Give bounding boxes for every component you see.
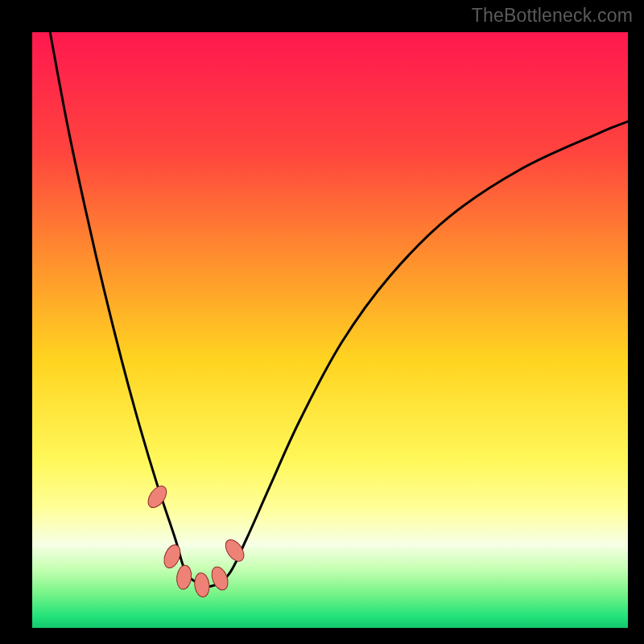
chart-frame: TheBottleneck.com xyxy=(0,0,644,644)
watermark-text: TheBottleneck.com xyxy=(472,5,633,27)
plot-area xyxy=(32,32,628,628)
gradient-background xyxy=(32,32,628,628)
chart-svg xyxy=(32,32,628,628)
